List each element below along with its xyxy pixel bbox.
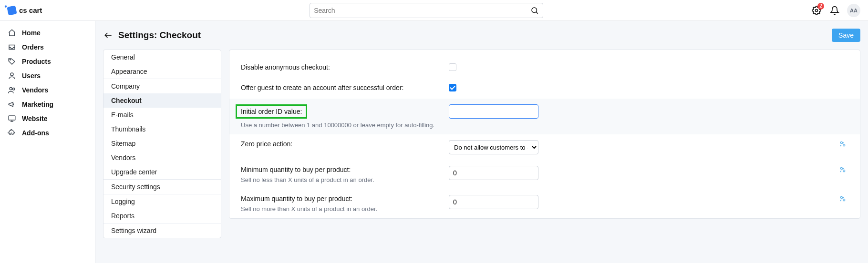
nav-item-label: Products [22, 58, 51, 65]
hint-max-qty: Sell no more than X units of a product i… [241, 205, 441, 212]
nav-item-label: Website [22, 115, 47, 122]
checkbox-offer-guest[interactable] [449, 84, 456, 91]
svg-point-6 [13, 88, 15, 91]
checkbox-disable-anonymous[interactable] [449, 63, 456, 71]
svg-line-1 [537, 12, 538, 13]
vendor-scope-icon[interactable] [839, 140, 847, 148]
settings-nav-security-settings[interactable]: Security settings [103, 180, 221, 194]
svg-point-5 [10, 87, 12, 90]
svg-point-16 [843, 199, 845, 201]
users-icon [8, 86, 16, 94]
nav-item-label: Add-ons [22, 129, 49, 137]
arrow-left-icon [103, 30, 113, 40]
notifications-button[interactable] [829, 5, 840, 16]
svg-point-4 [10, 73, 13, 76]
settings-nav-general[interactable]: General [103, 50, 221, 64]
vendor-scope-icon[interactable] [839, 166, 847, 173]
label-max-qty: Maximum quantity to buy per product: [241, 195, 352, 202]
settings-nav-settings-wizard[interactable]: Settings wizard [103, 223, 221, 238]
settings-nav-logging[interactable]: Logging [103, 194, 221, 209]
save-button[interactable]: Save [832, 29, 860, 42]
nav-item-marketing[interactable]: Marketing [0, 97, 95, 111]
global-search[interactable] [310, 3, 543, 18]
settings-nav-e-mails[interactable]: E-mails [103, 108, 221, 122]
nav-item-vendors[interactable]: Vendors [0, 83, 95, 97]
vendor-scope-icon[interactable] [839, 195, 847, 202]
nav-item-add-ons[interactable]: Add-ons [0, 126, 95, 140]
label-zero-price: Zero price action: [241, 140, 292, 148]
search-input[interactable] [314, 7, 530, 14]
inbox-icon [8, 43, 16, 51]
input-max-qty[interactable] [449, 195, 538, 209]
page-title: Settings: Checkout [118, 30, 201, 40]
svg-rect-7 [9, 116, 15, 120]
svg-point-14 [843, 170, 845, 172]
user-icon [8, 71, 16, 80]
avatar[interactable]: AA [847, 4, 860, 17]
input-initial-order-id[interactable] [449, 104, 538, 119]
megaphone-icon [8, 100, 16, 109]
svg-point-15 [840, 196, 842, 198]
bell-icon [830, 6, 839, 15]
settings-nav-reports[interactable]: Reports [103, 209, 221, 223]
svg-point-3 [10, 59, 10, 60]
nav-item-label: Users [22, 72, 41, 80]
settings-nav-vendors[interactable]: Vendors [103, 151, 221, 165]
label-disable-anonymous: Disable anonymous checkout: [241, 63, 330, 71]
input-min-qty[interactable] [449, 166, 538, 180]
svg-point-12 [843, 144, 845, 146]
back-button[interactable] [103, 30, 114, 40]
svg-point-0 [532, 8, 537, 13]
label-min-qty: Minimum quantity to buy per product: [241, 166, 351, 173]
label-initial-order-id: Initial order ID value: [236, 104, 307, 119]
search-icon [530, 6, 539, 15]
gear-badge: 2 [817, 3, 824, 10]
settings-nav-checkout[interactable]: Checkout [103, 93, 221, 108]
nav-item-orders[interactable]: Orders [0, 40, 95, 54]
select-zero-price[interactable]: Do not allow customers to ad [449, 140, 538, 154]
svg-point-13 [840, 167, 842, 169]
nav-item-users[interactable]: Users [0, 69, 95, 83]
monitor-icon [8, 114, 16, 123]
puzzle-icon [8, 129, 16, 137]
svg-point-11 [840, 142, 842, 143]
nav-item-home[interactable]: Home [0, 26, 95, 40]
nav-item-label: Vendors [22, 86, 48, 94]
tag-icon [8, 57, 16, 66]
brand-mark-icon [7, 5, 17, 15]
settings-subnav: GeneralAppearanceCompanyCheckoutE-mailsT… [103, 50, 221, 238]
settings-panel: Disable anonymous checkout: Offer guest … [229, 50, 860, 219]
svg-point-2 [816, 9, 818, 11]
settings-nav-company[interactable]: Company [103, 79, 221, 93]
settings-nav-thumbnails[interactable]: Thumbnails [103, 122, 221, 136]
hint-initial-order-id: Use a number between 1 and 10000000 or l… [241, 121, 441, 129]
settings-gear-button[interactable]: 2 [811, 5, 822, 16]
settings-nav-upgrade-center[interactable]: Upgrade center [103, 165, 221, 179]
main-nav: HomeOrdersProductsUsersVendorsMarketingW… [0, 21, 95, 263]
settings-nav-sitemap[interactable]: Sitemap [103, 136, 221, 151]
nav-item-label: Orders [22, 43, 44, 51]
brand-logo[interactable]: cs cart [8, 6, 42, 15]
nav-item-products[interactable]: Products [0, 54, 95, 69]
brand-name: cs cart [19, 6, 42, 14]
nav-item-website[interactable]: Website [0, 111, 95, 126]
nav-item-label: Home [22, 29, 41, 37]
settings-nav-appearance[interactable]: Appearance [103, 64, 221, 79]
hint-min-qty: Sell no less than X units of a product i… [241, 176, 441, 183]
home-icon [8, 29, 16, 37]
nav-item-label: Marketing [22, 101, 53, 108]
label-offer-guest: Offer guest to create an account after s… [241, 84, 403, 91]
